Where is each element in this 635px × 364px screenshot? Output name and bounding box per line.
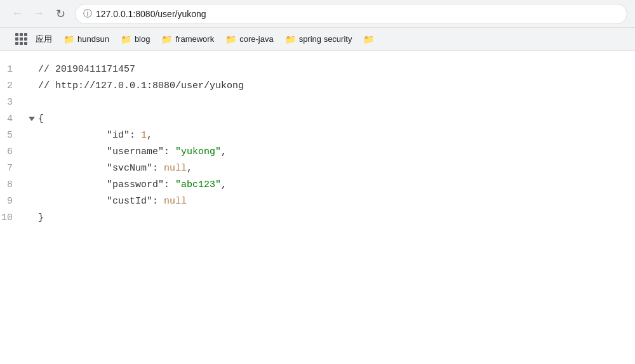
folder-icon: 📁 [64,34,74,44]
apps-label: 应用 [36,34,52,45]
line-number: 10 [0,212,25,223]
line-10: 10 } [0,209,244,226]
bookmarks-bar: 应用 📁 hundsun 📁 blog 📁 framework 📁 core-j… [0,28,635,51]
content-area: 1 // 20190411171457 2 // http://127.0.0.… [0,51,635,364]
bookmark-framework[interactable]: 📁 framework [156,32,219,46]
colon: : [152,196,164,207]
folder-icon: 📁 [121,34,131,44]
json-value: null [164,196,187,207]
bookmark-label: framework [175,34,214,44]
apps-button[interactable]: 应用 [8,29,57,49]
browser-toolbar: ← → ↻ ⓘ 127.0.0.1:8080/user/yukong [0,0,635,28]
line-2: 2 // http://127.0.0.1:8080/user/yukong [0,77,244,94]
line-number: 8 [0,179,25,190]
code-line-2: // http://127.0.0.1:8080/user/yukong [38,81,244,91]
reload-button[interactable]: ↻ [51,4,70,23]
bookmark-label: blog [135,34,150,44]
comma: , [221,146,227,157]
folder-icon: 📁 [285,34,296,44]
back-button[interactable]: ← [8,4,27,23]
line-3: 3 [0,94,244,110]
json-key: "custId" [84,196,152,207]
bookmark-label: hundsun [77,34,109,44]
bookmark-label: spring security [299,34,352,44]
nav-buttons: ← → ↻ [8,4,70,23]
line-number: 7 [0,163,25,174]
info-icon: ⓘ [83,8,92,20]
line-number: 4 [0,114,25,124]
folder-icon: 📁 [363,34,374,44]
line-9: 9 "custId": null [0,193,244,209]
line-number: 1 [0,64,25,75]
line-1: 1 // 20190411171457 [0,61,244,77]
apps-icon [13,30,30,48]
code-line-1: // 20190411171457 [38,64,135,75]
line-number: 6 [0,146,25,157]
bookmark-label: core-java [239,34,273,44]
line-number: 5 [0,130,25,141]
line-number: 2 [0,81,25,91]
expand-collapse-button[interactable] [25,117,38,121]
code-line-10: } [38,212,44,223]
comma: , [221,179,227,190]
address-bar[interactable]: ⓘ 127.0.0.1:8080/user/yukong [75,4,627,24]
folder-icon: 📁 [161,34,172,44]
bookmark-core-java[interactable]: 📁 core-java [220,32,278,46]
triangle-down-icon [29,117,35,121]
line-number: 9 [0,196,25,207]
bookmark-blog[interactable]: 📁 blog [116,32,156,46]
folder-icon: 📁 [225,34,236,44]
bookmark-extra[interactable]: 📁 [358,32,379,46]
bookmark-spring-security[interactable]: 📁 spring security [280,32,358,46]
forward-button[interactable]: → [29,4,48,23]
bookmark-hundsun[interactable]: 📁 hundsun [58,32,114,46]
line-number: 3 [0,97,25,108]
code-view: 1 // 20190411171457 2 // http://127.0.0.… [0,51,244,364]
url-text: 127.0.0.1:8080/user/yukong [96,9,206,19]
